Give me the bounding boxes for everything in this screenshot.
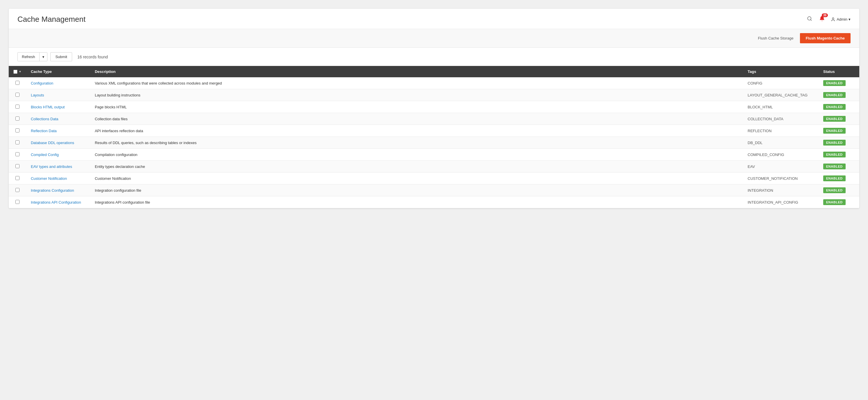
row-description: Various XML configurations that were col… — [90, 77, 743, 89]
row-status: ENABLED — [818, 137, 859, 149]
row-status: ENABLED — [818, 101, 859, 113]
row-tags: LAYOUT_GENERAL_CACHE_TAG — [743, 89, 818, 101]
row-checkbox-cell — [9, 137, 26, 149]
table-row: LayoutsLayout building instructionsLAYOU… — [9, 89, 859, 101]
th-status: Status — [818, 66, 859, 77]
row-checkbox[interactable] — [16, 176, 20, 180]
row-tags: EAV — [743, 161, 818, 172]
row-cache-type: Compiled Config — [26, 149, 90, 161]
status-badge: ENABLED — [823, 128, 846, 134]
cache-type-link[interactable]: Configuration — [31, 81, 53, 86]
row-tags: REFLECTION — [743, 125, 818, 137]
status-badge: ENABLED — [823, 175, 846, 181]
row-tags: CUSTOMER_NOTIFICATION — [743, 172, 818, 185]
table-row: Reflection DataAPI interfaces reflection… — [9, 125, 859, 137]
table-row: Blocks HTML outputPage blocks HTMLBLOCK_… — [9, 101, 859, 113]
cache-type-link[interactable]: Blocks HTML output — [31, 105, 65, 109]
cache-type-link[interactable]: Layouts — [31, 93, 44, 97]
row-status: ENABLED — [818, 161, 859, 172]
row-checkbox-cell — [9, 196, 26, 208]
table-row: Integrations API ConfigurationIntegratio… — [9, 196, 859, 208]
row-tags: INTEGRATION_API_CONFIG — [743, 196, 818, 208]
row-description: Integration configuration file — [90, 185, 743, 196]
search-button[interactable] — [806, 15, 813, 24]
row-checkbox[interactable] — [16, 93, 20, 97]
th-description: Description — [90, 66, 743, 77]
row-tags: DB_DDL — [743, 137, 818, 149]
row-tags: CONFIG — [743, 77, 818, 89]
table-row: Integrations ConfigurationIntegration co… — [9, 185, 859, 196]
row-checkbox[interactable] — [16, 128, 20, 132]
row-checkbox[interactable] — [16, 116, 20, 121]
row-checkbox-cell — [9, 149, 26, 161]
row-checkbox[interactable] — [16, 140, 20, 144]
admin-menu-button[interactable]: Admin ▾ — [831, 17, 850, 22]
cache-type-link[interactable]: Database DDL operations — [31, 141, 74, 145]
row-checkbox-cell — [9, 185, 26, 196]
row-cache-type: Customer Notification — [26, 172, 90, 185]
cache-type-link[interactable]: Integrations API Configuration — [31, 200, 81, 204]
refresh-dropdown-button[interactable]: ▼ — [39, 53, 48, 61]
row-cache-type: EAV types and attributes — [26, 161, 90, 172]
row-cache-type: Integrations API Configuration — [26, 196, 90, 208]
row-tags: COLLECTION_DATA — [743, 113, 818, 125]
row-checkbox[interactable] — [16, 81, 20, 85]
row-checkbox[interactable] — [16, 188, 20, 192]
row-checkbox[interactable] — [16, 105, 20, 109]
refresh-group: Refresh ▼ — [18, 52, 48, 61]
admin-label: Admin — [837, 17, 847, 22]
search-icon — [807, 16, 812, 21]
main-container: Cache Management 39 — [9, 9, 859, 208]
th-tags: Tags — [743, 66, 818, 77]
th-dropdown-icon[interactable]: ▼ — [19, 70, 22, 73]
records-count: 16 records found — [78, 55, 108, 59]
row-status: ENABLED — [818, 149, 859, 161]
row-description: Customer Notification — [90, 172, 743, 185]
table-row: Database DDL operationsResults of DDL qu… — [9, 137, 859, 149]
controls-row: Refresh ▼ Submit 16 records found — [9, 47, 859, 66]
cache-type-link[interactable]: Integrations Configuration — [31, 188, 74, 193]
row-checkbox[interactable] — [16, 152, 20, 156]
table-row: Collections DataCollection data filesCOL… — [9, 113, 859, 125]
table-row: EAV types and attributesEntity types dec… — [9, 161, 859, 172]
row-description: Compilation configuration — [90, 149, 743, 161]
status-badge: ENABLED — [823, 140, 846, 145]
cache-type-link[interactable]: Compiled Config — [31, 153, 59, 157]
cache-type-link[interactable]: Reflection Data — [31, 129, 57, 133]
row-tags: COMPILED_CONFIG — [743, 149, 818, 161]
flush-cache-storage-button[interactable]: Flush Cache Storage — [755, 34, 797, 42]
action-toolbar: Flush Cache Storage Flush Magento Cache — [9, 29, 859, 47]
notification-button[interactable]: 39 — [818, 14, 826, 24]
table-header-row: ▼ Cache Type Description Tags Status — [9, 66, 859, 77]
row-checkbox[interactable] — [16, 200, 20, 204]
row-description: Page blocks HTML — [90, 101, 743, 113]
status-badge: ENABLED — [823, 80, 846, 86]
row-cache-type: Configuration — [26, 77, 90, 89]
submit-button[interactable]: Submit — [50, 52, 72, 61]
row-cache-type: Layouts — [26, 89, 90, 101]
row-cache-type: Reflection Data — [26, 125, 90, 137]
flush-magento-cache-button[interactable]: Flush Magento Cache — [800, 33, 850, 43]
refresh-button[interactable]: Refresh — [18, 53, 39, 61]
row-description: Collection data files — [90, 113, 743, 125]
row-checkbox-cell — [9, 101, 26, 113]
select-all-checkbox[interactable] — [13, 70, 18, 74]
row-description: Results of DDL queries, such as describi… — [90, 137, 743, 149]
status-badge: ENABLED — [823, 116, 846, 122]
row-status: ENABLED — [818, 89, 859, 101]
row-description: API interfaces reflection data — [90, 125, 743, 137]
table-row: Compiled ConfigCompilation configuration… — [9, 149, 859, 161]
svg-point-2 — [832, 18, 834, 19]
cache-type-link[interactable]: Collections Data — [31, 117, 58, 121]
cache-type-link[interactable]: Customer Notification — [31, 176, 67, 181]
status-badge: ENABLED — [823, 199, 846, 205]
row-tags: BLOCK_HTML — [743, 101, 818, 113]
status-badge: ENABLED — [823, 187, 846, 193]
row-status: ENABLED — [818, 172, 859, 185]
row-description: Entity types declaration cache — [90, 161, 743, 172]
table-row: ConfigurationVarious XML configurations … — [9, 77, 859, 89]
notification-badge: 39 — [822, 13, 828, 17]
cache-type-link[interactable]: EAV types and attributes — [31, 164, 72, 169]
cache-table: ▼ Cache Type Description Tags Status Con… — [9, 66, 859, 208]
row-checkbox[interactable] — [16, 164, 20, 168]
